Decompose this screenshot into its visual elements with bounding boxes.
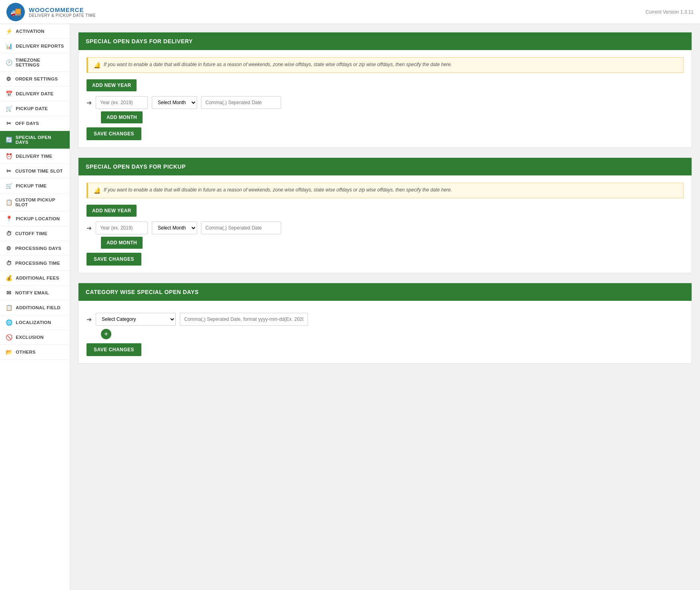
sidebar-label-cutoff-time: CUTOFF TIME <box>15 231 47 236</box>
version-label: Current Version 1.3.11 <box>646 9 694 15</box>
sidebar-item-pickup-date[interactable]: 🛒 PICKUP DATE <box>0 101 70 116</box>
category-section: CATEGORY WISE SPECIAL OPEN DAYS ➔ Select… <box>78 283 692 364</box>
category-arrow-icon: ➔ <box>86 316 92 323</box>
delivery-save-wrap: SAVE CHANGES <box>86 123 684 140</box>
sidebar-label-delivery-date: DELIVERY DATE <box>16 91 53 96</box>
delivery-year-input[interactable] <box>96 96 148 109</box>
pickup-month-select[interactable]: Select Month JanuaryFebruaryMarch AprilM… <box>152 222 197 234</box>
sidebar-label-custom-pickup-slot: CUSTOM PICKUP SLOT <box>15 197 64 207</box>
pickup-notice: 🔔 If you want to enable a date that will… <box>86 183 684 198</box>
sidebar-item-special-open-days[interactable]: 🔄 SPECIAL OPEN DAYS <box>0 131 70 149</box>
sidebar-item-additional-fees[interactable]: 💰 ADDITIONAL FEES <box>0 271 70 286</box>
delivery-add-month-wrap: ADD MONTH <box>101 111 684 123</box>
exclusion-icon: 🚫 <box>6 334 12 340</box>
special-open-days-icon: 🔄 <box>6 137 12 143</box>
pickup-date-icon: 🛒 <box>6 105 12 112</box>
others-icon: 📂 <box>6 349 12 355</box>
pickup-section-header: SPECIAL OPEN DAYS FOR PICKUP <box>78 158 692 175</box>
sidebar-item-pickup-location[interactable]: 📍 PICKUP LOCATION <box>0 211 70 226</box>
sidebar-item-localization[interactable]: 🌐 LOCALIZATION <box>0 315 70 330</box>
pickup-section: SPECIAL OPEN DAYS FOR PICKUP 🔔 If you wa… <box>78 157 692 273</box>
delivery-date-input[interactable] <box>201 96 281 109</box>
sidebar-item-processing-days[interactable]: ⚙ PROCESSING DAYS <box>0 241 70 256</box>
sidebar-label-others: OTHERS <box>16 350 36 354</box>
category-section-body: ➔ Select Category + SAVE CHANGES <box>78 301 692 363</box>
off-days-icon: ✂ <box>6 120 12 127</box>
pickup-date-input[interactable] <box>201 222 281 234</box>
logo-text: WOOCOMMERCE DELIVERY & PICKUP DATE TIME <box>29 6 96 18</box>
additional-fees-icon: 💰 <box>6 275 12 281</box>
sidebar-label-delivery-time: DELIVERY TIME <box>16 154 52 159</box>
order-settings-icon: ⚙ <box>6 76 12 82</box>
category-select[interactable]: Select Category <box>96 313 176 326</box>
top-bar: 🚚 WOOCOMMERCE DELIVERY & PICKUP DATE TIM… <box>0 0 700 24</box>
sidebar-label-processing-time: PROCESSING TIME <box>15 261 60 266</box>
sidebar-label-exclusion: EXCLUSION <box>16 335 44 340</box>
notice-icon-pickup: 🔔 <box>94 187 101 194</box>
main-layout: ⚡ ACTIVATION 📊 DELIVERY REPORTS 🕐 TIMEZO… <box>0 24 700 590</box>
delivery-save-button[interactable]: SAVE CHANGES <box>86 127 141 140</box>
custom-pickup-slot-icon: 📋 <box>6 199 12 205</box>
sidebar-item-custom-time-slot[interactable]: ✂ CUSTOM TIME SLOT <box>0 164 70 179</box>
sidebar-item-delivery-time[interactable]: ⏰ DELIVERY TIME <box>0 149 70 164</box>
sidebar-item-off-days[interactable]: ✂ OFF DAYS <box>0 116 70 131</box>
pickup-year-row: ➔ Select Month JanuaryFebruaryMarch Apri… <box>86 222 684 234</box>
pickup-notice-text: If you want to enable a date that will d… <box>104 187 452 193</box>
category-date-input[interactable] <box>180 313 308 326</box>
sidebar-label-processing-days: PROCESSING DAYS <box>15 246 61 251</box>
sidebar-item-processing-time[interactable]: ⏱ PROCESSING TIME <box>0 256 70 271</box>
logo-icon: 🚚 <box>6 3 25 21</box>
sidebar-item-pickup-time[interactable]: 🛒 PICKUP TIME <box>0 179 70 193</box>
sidebar-label-off-days: OFF DAYS <box>15 121 39 126</box>
sidebar-item-activation[interactable]: ⚡ ACTIVATION <box>0 24 70 39</box>
sidebar-item-timezone-settings[interactable]: 🕐 TIMEZONE SETTINGS <box>0 54 70 72</box>
category-save-button[interactable]: SAVE CHANGES <box>86 343 141 356</box>
notify-email-icon: ✉ <box>6 290 12 296</box>
pickup-arrow-icon: ➔ <box>86 224 92 232</box>
category-add-row-button[interactable]: + <box>101 329 111 339</box>
sidebar-label-pickup-time: PICKUP TIME <box>16 183 46 188</box>
sidebar-item-custom-pickup-slot[interactable]: 📋 CUSTOM PICKUP SLOT <box>0 193 70 211</box>
delivery-time-icon: ⏰ <box>6 153 12 159</box>
sidebar-item-delivery-date[interactable]: 📅 DELIVERY DATE <box>0 87 70 101</box>
additional-field-icon: 📋 <box>6 304 12 311</box>
category-save-wrap: SAVE CHANGES <box>86 339 684 356</box>
sidebar-item-order-settings[interactable]: ⚙ ORDER SETTINGS <box>0 72 70 87</box>
sidebar-item-delivery-reports[interactable]: 📊 DELIVERY REPORTS <box>0 39 70 54</box>
sidebar-label-activation: ACTIVATION <box>16 29 44 34</box>
localization-icon: 🌐 <box>6 319 12 326</box>
pickup-add-year-button[interactable]: ADD NEW YEAR <box>86 205 137 217</box>
sidebar-item-notify-email[interactable]: ✉ NOTIFY EMAIL <box>0 286 70 300</box>
sidebar-item-cutoff-time[interactable]: ⏱ CUTOFF TIME <box>0 226 70 241</box>
pickup-save-button[interactable]: SAVE CHANGES <box>86 253 141 266</box>
sidebar-label-delivery-reports: DELIVERY REPORTS <box>16 44 64 48</box>
processing-days-icon: ⚙ <box>6 245 12 252</box>
processing-time-icon: ⏱ <box>6 260 12 266</box>
pickup-add-month-wrap: ADD MONTH <box>101 237 684 249</box>
category-section-header: CATEGORY WISE SPECIAL OPEN DAYS <box>78 283 692 301</box>
pickup-year-input[interactable] <box>96 222 148 234</box>
cutoff-time-icon: ⏱ <box>6 230 12 237</box>
pickup-section-body: 🔔 If you want to enable a date that will… <box>78 175 692 273</box>
delivery-add-year-button[interactable]: ADD NEW YEAR <box>86 79 137 91</box>
delivery-month-select[interactable]: Select Month JanuaryFebruaryMarch AprilM… <box>152 96 197 109</box>
pickup-location-icon: 📍 <box>6 215 12 222</box>
pickup-save-wrap: SAVE CHANGES <box>86 249 684 266</box>
custom-time-slot-icon: ✂ <box>6 168 12 174</box>
delivery-arrow-icon: ➔ <box>86 99 92 107</box>
delivery-section: SPECIAL OPEN DAYS FOR DELIVERY 🔔 If you … <box>78 32 692 148</box>
pickup-add-month-button[interactable]: ADD MONTH <box>101 237 143 249</box>
sidebar-item-others[interactable]: 📂 OTHERS <box>0 345 70 360</box>
delivery-add-month-button[interactable]: ADD MONTH <box>101 111 143 123</box>
sidebar-label-additional-field: ADDITIONAL FIELD <box>16 305 60 310</box>
sidebar-label-timezone: TIMEZONE SETTINGS <box>16 58 64 67</box>
logo-title: WOOCOMMERCE <box>29 6 96 13</box>
notice-icon-delivery: 🔔 <box>94 62 101 68</box>
sidebar-label-additional-fees: ADDITIONAL FEES <box>16 276 59 280</box>
activation-icon: ⚡ <box>6 28 12 34</box>
delivery-year-row: ➔ Select Month JanuaryFebruaryMarch Apri… <box>86 96 684 109</box>
sidebar-item-additional-field[interactable]: 📋 ADDITIONAL FIELD <box>0 300 70 315</box>
sidebar-item-exclusion[interactable]: 🚫 EXCLUSION <box>0 330 70 345</box>
sidebar-label-localization: LOCALIZATION <box>16 320 51 325</box>
main-content: SPECIAL OPEN DAYS FOR DELIVERY 🔔 If you … <box>70 24 700 590</box>
